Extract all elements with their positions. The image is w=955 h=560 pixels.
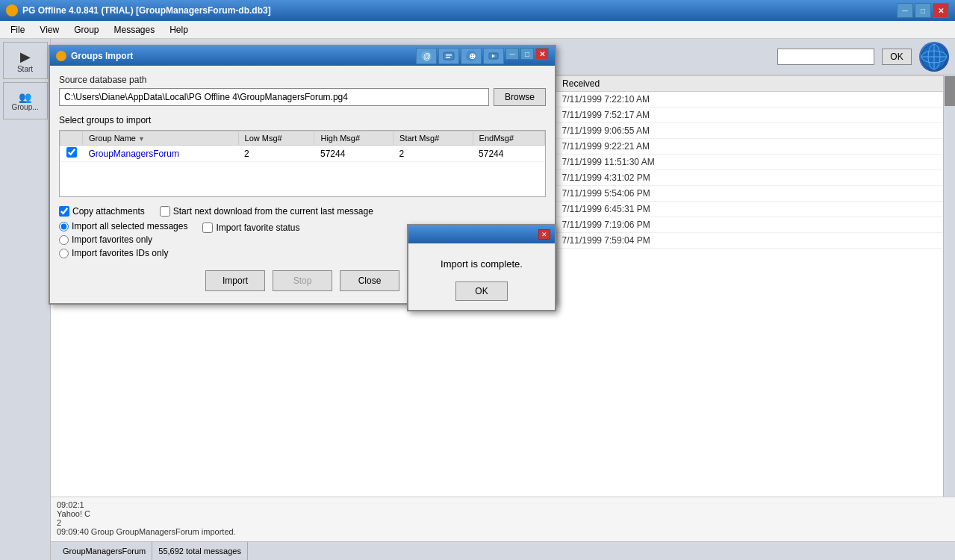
group-checkbox-cell	[60, 146, 83, 162]
import-favorite-status-option: Import favorite status	[202, 221, 299, 264]
import-favorites-ids-option[interactable]: Import favorites IDs only	[59, 248, 187, 258]
groups-col-high-msg: High Msg#	[314, 131, 393, 146]
sort-arrow-icon: ▼	[138, 135, 145, 143]
svg-text:@: @	[423, 52, 431, 60]
import-all-label: Import all selected messages	[72, 221, 187, 231]
groups-col-checkbox	[60, 131, 83, 146]
import-all-radio[interactable]	[59, 222, 69, 231]
svg-rect-8	[446, 55, 452, 56]
groups-col-low-msg: Low Msg#	[238, 131, 314, 146]
dialog-close-button[interactable]: ✕	[535, 48, 549, 60]
groups-table: Group Name ▼ Low Msg# High Msg# Start Ms…	[60, 131, 545, 162]
import-favorite-status-label: Import favorite status	[216, 223, 299, 233]
import-favorites-ids-radio[interactable]	[59, 249, 69, 258]
select-groups-label: Select groups to import	[59, 115, 546, 125]
import-favorites-ids-label: Import favorites IDs only	[72, 248, 168, 258]
low-msg-cell: 2	[238, 146, 314, 162]
groups-import-title-bar: Groups Import @ ⊕ ─ □ ✕	[50, 46, 555, 66]
alert-body: Import is complete. OK	[408, 243, 555, 310]
alert-dialog: ✕ Import is complete. OK	[407, 224, 556, 311]
dialog-icon-3: ⊕	[461, 48, 482, 64]
copy-attachments-checkbox[interactable]	[59, 206, 69, 217]
source-db-label: Source database path	[59, 75, 546, 85]
groups-col-end-msg: EndMsg#	[473, 131, 544, 146]
alert-close-button[interactable]: ✕	[538, 229, 550, 240]
high-msg-cell: 57244	[314, 146, 393, 162]
groups-col-name: Group Name ▼	[83, 131, 239, 146]
stop-button[interactable]: Stop	[273, 270, 332, 291]
options-row-1: Copy attachments Start next download fro…	[59, 206, 546, 217]
radio-group: Import all selected messages Import favo…	[59, 221, 187, 258]
dialog-maximize-button[interactable]: □	[520, 48, 534, 60]
copy-attachments-option[interactable]: Copy attachments	[59, 206, 145, 217]
import-favorites-radio[interactable]	[59, 235, 69, 245]
import-button[interactable]: Import	[205, 270, 265, 291]
browse-button[interactable]: Browse	[494, 88, 546, 106]
dialog-minimize-button[interactable]: ─	[506, 48, 519, 60]
dialog-icon-4	[483, 48, 504, 64]
import-favorites-label: Import favorites only	[72, 234, 152, 245]
start-next-download-option[interactable]: Start next download from the current las…	[160, 206, 373, 217]
groups-table-container: Group Name ▼ Low Msg# High Msg# Start Ms…	[59, 130, 546, 197]
svg-text:⊕: ⊕	[469, 52, 476, 60]
dialog-title: Groups Import	[71, 51, 133, 61]
dialog-icon-2	[438, 48, 459, 64]
start-msg-cell: 2	[393, 146, 473, 162]
dialog-icon	[56, 51, 66, 61]
svg-rect-9	[446, 57, 450, 58]
group-name-cell: GroupManagersForum	[83, 146, 239, 162]
svg-rect-7	[444, 52, 454, 60]
group-row-checkbox[interactable]	[66, 147, 77, 158]
close-button-dialog[interactable]: Close	[340, 270, 399, 291]
path-row: Browse	[59, 88, 546, 106]
alert-message: Import is complete.	[441, 258, 523, 270]
alert-title-bar: ✕	[408, 225, 555, 243]
modal-overlay: Groups Import @ ⊕ ─ □ ✕	[0, 0, 955, 560]
start-next-download-label: Start next download from the current las…	[173, 206, 373, 217]
dialog-icon-1: @	[416, 48, 437, 64]
copy-attachments-label: Copy attachments	[72, 206, 145, 217]
alert-ok-button[interactable]: OK	[455, 281, 508, 301]
path-input[interactable]	[59, 88, 489, 106]
end-msg-cell: 57244	[473, 146, 544, 162]
start-next-download-checkbox[interactable]	[160, 206, 170, 217]
groups-col-start-msg: Start Msg#	[393, 131, 473, 146]
import-favorite-status-checkbox[interactable]	[202, 223, 213, 233]
import-favorites-option[interactable]: Import favorites only	[59, 234, 187, 245]
import-all-option[interactable]: Import all selected messages	[59, 221, 187, 231]
groups-table-row[interactable]: GroupManagersForum 2 57244 2 57244	[60, 146, 545, 162]
dialog-title-buttons: @ ⊕ ─ □ ✕	[416, 48, 549, 64]
